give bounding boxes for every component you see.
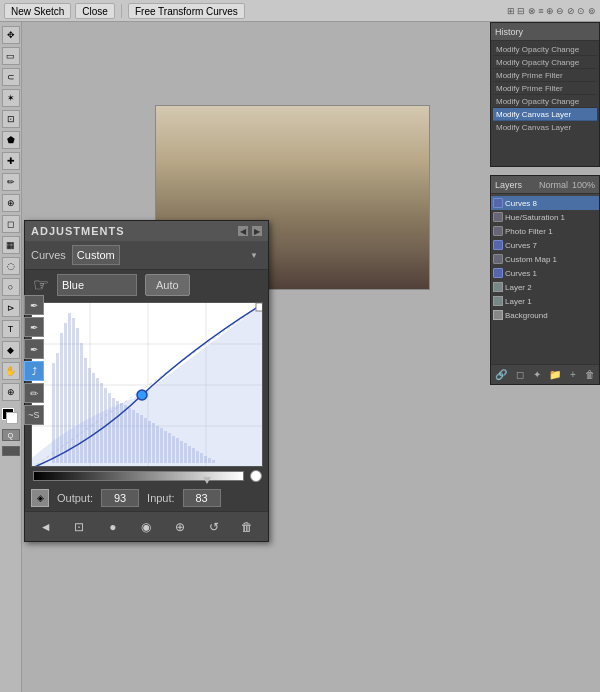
dodge-tool[interactable]: ○ (2, 278, 20, 296)
clone-stamp-tool[interactable]: ⊕ (2, 194, 20, 212)
crop-tool[interactable]: ⊡ (2, 110, 20, 128)
brush-tool[interactable]: ✏ (2, 173, 20, 191)
eraser-tool[interactable]: ◻ (2, 215, 20, 233)
layers-mode[interactable]: Normal (539, 180, 568, 190)
history-item[interactable]: Modify Canvas Layer (493, 121, 597, 134)
toolbar-sep (121, 4, 122, 18)
expand-btn[interactable]: ▶ (252, 226, 262, 236)
svg-point-6 (307, 181, 355, 271)
output-value-field[interactable] (101, 489, 139, 507)
history-item[interactable]: Modify Opacity Change (493, 56, 597, 69)
channel-dropdown-wrapper: Blue RGB Red Green (57, 274, 137, 296)
curves-graph-container (25, 300, 268, 467)
adjustments-title: ADJUSTMENTS (31, 225, 125, 237)
free-transform-btn[interactable]: Free Transform Curves (128, 3, 245, 19)
layer-item-custom-map[interactable]: Custom Map 1 (491, 252, 599, 266)
curves-svg (32, 303, 263, 467)
screen-mode-btn[interactable] (2, 446, 20, 456)
toolbar-icons: ⊞ ⊟ ⊗ ≡ ⊕ ⊖ ⊘ ⊙ ⊚ (507, 6, 596, 16)
view-btn[interactable]: ◉ (135, 516, 157, 538)
layers-panel-header: Layers Normal 100% (491, 176, 599, 194)
blur-tool[interactable]: ◌ (2, 257, 20, 275)
title-icons: ◀ ▶ (238, 226, 262, 236)
eyedropper-tool[interactable]: ⬟ (2, 131, 20, 149)
svg-point-7 (317, 170, 345, 198)
eyedropper-midtone[interactable]: ✒ (24, 339, 44, 359)
white-point-circle[interactable] (250, 470, 262, 482)
hand-tool-icon[interactable]: ☞ (33, 274, 49, 296)
input-value-field[interactable] (183, 489, 221, 507)
layer-link-btn[interactable]: 🔗 (495, 369, 507, 380)
history-item[interactable]: Modify Opacity Change (493, 43, 597, 56)
layer-new-btn[interactable]: + (570, 369, 576, 380)
layer-item-layer1[interactable]: Layer 1 (491, 294, 599, 308)
gradient-tool[interactable]: ▦ (2, 236, 20, 254)
auto-button[interactable]: Auto (145, 274, 190, 296)
history-item[interactable]: Modify Prime Filter (493, 82, 597, 95)
new-sketch-btn[interactable]: New Sketch (4, 3, 71, 19)
layers-panel: Layers Normal 100% Curves 8 Hue/Saturati… (490, 175, 600, 385)
pen-tool[interactable]: ⊳ (2, 299, 20, 317)
layers-opacity[interactable]: 100% (572, 180, 595, 190)
adjustments-panel: ADJUSTMENTS ◀ ▶ Curves Custom ▼ ☞ Blue R (24, 220, 269, 542)
clip-btn[interactable]: ⊕ (169, 516, 191, 538)
reset-all-btn[interactable]: ↺ (203, 516, 225, 538)
svg-rect-63 (256, 303, 263, 311)
hand-tool[interactable]: ✋ (2, 362, 20, 380)
preset-dropdown-arrow: ▼ (250, 251, 258, 260)
left-toolbar: ✥ ▭ ⊂ ✶ ⊡ ⬟ ✚ ✏ ⊕ ◻ ▦ ◌ ○ ⊳ T ◆ ✋ ⊕ Q (0, 22, 22, 692)
preset-dropdown[interactable]: Custom (72, 245, 120, 265)
prev-adj-btn[interactable]: ◄ (35, 516, 57, 538)
pencil-tool[interactable]: ✏ (24, 383, 44, 403)
layer-item-curves1[interactable]: Curves 1 (491, 266, 599, 280)
history-panel-header: History (491, 23, 599, 41)
lasso-tool[interactable]: ⊂ (2, 68, 20, 86)
close-btn[interactable]: Close (75, 3, 115, 19)
layer-item-background[interactable]: Background (491, 308, 599, 322)
fg-bg-colors[interactable] (2, 408, 20, 424)
layer-delete-btn[interactable]: 🗑 (585, 369, 595, 380)
history-content: Modify Opacity Change Modify Opacity Cha… (491, 41, 599, 136)
move-tool[interactable]: ✥ (2, 26, 20, 44)
layers-title: Layers (495, 180, 522, 190)
gradient-bar[interactable] (33, 471, 244, 481)
visibility-btn[interactable]: ● (102, 516, 124, 538)
adj-tools-strip: ✒ ✒ ✒ ⤴ ✏ ~S (24, 295, 44, 425)
magic-wand-tool[interactable]: ✶ (2, 89, 20, 107)
history-panel: History Modify Opacity Change Modify Opa… (490, 22, 600, 167)
layer-item-hue[interactable]: Hue/Saturation 1 (491, 210, 599, 224)
svg-point-62 (137, 390, 147, 400)
layer-folder-btn[interactable]: 📁 (549, 369, 561, 380)
marquee-tool[interactable]: ▭ (2, 47, 20, 65)
zoom-tool[interactable]: ⊕ (2, 383, 20, 401)
collapse-btn[interactable]: ◀ (238, 226, 248, 236)
eyedropper-highlight[interactable]: ✒ (24, 317, 44, 337)
shape-tool[interactable]: ◆ (2, 341, 20, 359)
healing-tool[interactable]: ✚ (2, 152, 20, 170)
curves-graph[interactable] (31, 302, 263, 467)
history-item[interactable]: Modify Prime Filter (493, 69, 597, 82)
curve-point-tool[interactable]: ⤴ (24, 361, 44, 381)
slider-thumb (203, 477, 211, 484)
output-input-row: ◈ Output: Input: (25, 485, 268, 511)
channel-dropdown[interactable]: Blue RGB Red Green (57, 274, 137, 296)
adjustments-title-bar[interactable]: ADJUSTMENTS ◀ ▶ (25, 221, 268, 241)
layer-mask-btn[interactable]: ◻ (516, 369, 524, 380)
eyedropper-shadow[interactable]: ✒ (24, 295, 44, 315)
layer-item-curves7[interactable]: Curves 7 (491, 238, 599, 252)
layer-item-photo-filter[interactable]: Photo Filter 1 (491, 224, 599, 238)
channel-icon: ◈ (31, 489, 49, 507)
smooth-tool[interactable]: ~S (24, 405, 44, 425)
reset-btn[interactable]: ⊡ (68, 516, 90, 538)
history-item[interactable]: Modify Opacity Change (493, 95, 597, 108)
history-item-active[interactable]: Modify Canvas Layer (493, 108, 597, 121)
slider-row (25, 467, 268, 485)
quick-mask-btn[interactable]: Q (2, 429, 20, 441)
layer-item-curves8[interactable]: Curves 8 (491, 196, 599, 210)
delete-btn[interactable]: 🗑 (236, 516, 258, 538)
channel-row: ☞ Blue RGB Red Green Auto (25, 270, 268, 300)
layer-item-layer2[interactable]: Layer 2 (491, 280, 599, 294)
curves-row: Curves Custom ▼ (25, 241, 268, 270)
layer-adj-btn[interactable]: ✦ (533, 369, 541, 380)
type-tool[interactable]: T (2, 320, 20, 338)
